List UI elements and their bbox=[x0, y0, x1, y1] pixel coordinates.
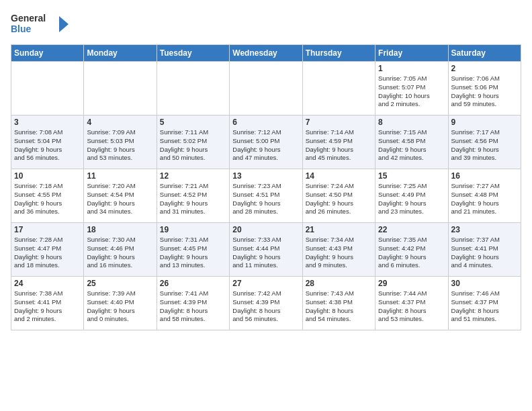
day-number: 18 bbox=[87, 225, 153, 234]
day-number: 6 bbox=[232, 118, 299, 127]
calendar-week-row: 1Sunrise: 7:05 AM Sunset: 5:07 PM Daylig… bbox=[11, 62, 521, 116]
day-info: Sunrise: 7:44 AM Sunset: 4:37 PM Dayligh… bbox=[378, 289, 445, 324]
page-container: GeneralBlue SundayMondayTuesdayWednesday… bbox=[0, 0, 532, 337]
day-info: Sunrise: 7:37 AM Sunset: 4:41 PM Dayligh… bbox=[451, 236, 518, 270]
day-info: Sunrise: 7:06 AM Sunset: 5:06 PM Dayligh… bbox=[451, 75, 518, 109]
weekday-header-monday: Monday bbox=[84, 45, 157, 62]
calendar-cell: 27Sunrise: 7:42 AM Sunset: 4:39 PM Dayli… bbox=[230, 277, 302, 330]
calendar-cell: 30Sunrise: 7:46 AM Sunset: 4:37 PM Dayli… bbox=[448, 277, 521, 330]
day-number: 22 bbox=[378, 225, 445, 234]
calendar-cell: 19Sunrise: 7:31 AM Sunset: 4:45 PM Dayli… bbox=[157, 223, 229, 277]
day-info: Sunrise: 7:46 AM Sunset: 4:37 PM Dayligh… bbox=[451, 289, 518, 324]
calendar-cell: 10Sunrise: 7:18 AM Sunset: 4:55 PM Dayli… bbox=[11, 169, 84, 223]
calendar-cell bbox=[84, 62, 157, 116]
day-info: Sunrise: 7:34 AM Sunset: 4:43 PM Dayligh… bbox=[306, 236, 372, 270]
weekday-header-row: SundayMondayTuesdayWednesdayThursdayFrid… bbox=[11, 45, 521, 62]
calendar-cell: 11Sunrise: 7:20 AM Sunset: 4:54 PM Dayli… bbox=[84, 169, 157, 223]
calendar-cell bbox=[302, 62, 375, 116]
svg-text:Blue: Blue bbox=[11, 24, 32, 34]
day-info: Sunrise: 7:35 AM Sunset: 4:42 PM Dayligh… bbox=[378, 236, 445, 270]
day-number: 3 bbox=[14, 118, 81, 127]
calendar-cell: 22Sunrise: 7:35 AM Sunset: 4:42 PM Dayli… bbox=[375, 223, 448, 277]
weekday-header-sunday: Sunday bbox=[11, 45, 84, 62]
calendar-cell: 23Sunrise: 7:37 AM Sunset: 4:41 PM Dayli… bbox=[448, 223, 521, 277]
day-number: 11 bbox=[87, 171, 153, 181]
calendar-cell: 7Sunrise: 7:14 AM Sunset: 4:59 PM Daylig… bbox=[302, 116, 375, 169]
day-number: 7 bbox=[306, 118, 372, 127]
day-number: 16 bbox=[451, 171, 518, 181]
weekday-header-thursday: Thursday bbox=[302, 45, 375, 62]
day-info: Sunrise: 7:27 AM Sunset: 4:48 PM Dayligh… bbox=[451, 182, 518, 216]
weekday-header-saturday: Saturday bbox=[448, 45, 521, 62]
logo: GeneralBlue bbox=[11, 11, 71, 38]
calendar-week-row: 17Sunrise: 7:28 AM Sunset: 4:47 PM Dayli… bbox=[11, 223, 521, 277]
calendar-week-row: 3Sunrise: 7:08 AM Sunset: 5:04 PM Daylig… bbox=[11, 116, 521, 169]
calendar-cell bbox=[11, 62, 84, 116]
day-info: Sunrise: 7:33 AM Sunset: 4:44 PM Dayligh… bbox=[232, 236, 299, 270]
day-number: 13 bbox=[232, 171, 299, 181]
day-info: Sunrise: 7:05 AM Sunset: 5:07 PM Dayligh… bbox=[378, 75, 445, 109]
svg-marker-2 bbox=[59, 16, 69, 32]
calendar-cell: 14Sunrise: 7:24 AM Sunset: 4:50 PM Dayli… bbox=[302, 169, 375, 223]
day-info: Sunrise: 7:15 AM Sunset: 4:58 PM Dayligh… bbox=[378, 128, 445, 163]
day-info: Sunrise: 7:09 AM Sunset: 5:03 PM Dayligh… bbox=[87, 128, 153, 163]
day-info: Sunrise: 7:38 AM Sunset: 4:41 PM Dayligh… bbox=[14, 289, 81, 324]
calendar-cell: 29Sunrise: 7:44 AM Sunset: 4:37 PM Dayli… bbox=[375, 277, 448, 330]
day-number: 8 bbox=[378, 118, 445, 127]
day-number: 4 bbox=[87, 118, 153, 127]
calendar-cell: 25Sunrise: 7:39 AM Sunset: 4:40 PM Dayli… bbox=[84, 277, 157, 330]
day-number: 2 bbox=[451, 64, 518, 73]
calendar-cell: 17Sunrise: 7:28 AM Sunset: 4:47 PM Dayli… bbox=[11, 223, 84, 277]
weekday-header-wednesday: Wednesday bbox=[230, 45, 302, 62]
page-header: GeneralBlue bbox=[11, 11, 521, 38]
svg-text:General: General bbox=[11, 13, 46, 24]
day-info: Sunrise: 7:14 AM Sunset: 4:59 PM Dayligh… bbox=[306, 128, 372, 163]
day-number: 17 bbox=[14, 225, 81, 234]
calendar-cell: 15Sunrise: 7:25 AM Sunset: 4:49 PM Dayli… bbox=[375, 169, 448, 223]
calendar-cell: 12Sunrise: 7:21 AM Sunset: 4:52 PM Dayli… bbox=[157, 169, 229, 223]
calendar-cell: 13Sunrise: 7:23 AM Sunset: 4:51 PM Dayli… bbox=[230, 169, 302, 223]
calendar-cell: 6Sunrise: 7:12 AM Sunset: 5:00 PM Daylig… bbox=[230, 116, 302, 169]
calendar-week-row: 10Sunrise: 7:18 AM Sunset: 4:55 PM Dayli… bbox=[11, 169, 521, 223]
calendar-cell: 26Sunrise: 7:41 AM Sunset: 4:39 PM Dayli… bbox=[157, 277, 229, 330]
day-number: 26 bbox=[160, 279, 226, 288]
calendar-cell: 16Sunrise: 7:27 AM Sunset: 4:48 PM Dayli… bbox=[448, 169, 521, 223]
calendar-cell: 9Sunrise: 7:17 AM Sunset: 4:56 PM Daylig… bbox=[448, 116, 521, 169]
day-info: Sunrise: 7:11 AM Sunset: 5:02 PM Dayligh… bbox=[160, 128, 226, 163]
day-number: 20 bbox=[232, 225, 299, 234]
day-info: Sunrise: 7:31 AM Sunset: 4:45 PM Dayligh… bbox=[160, 236, 226, 270]
day-info: Sunrise: 7:39 AM Sunset: 4:40 PM Dayligh… bbox=[87, 289, 153, 324]
day-number: 12 bbox=[160, 171, 226, 181]
day-info: Sunrise: 7:20 AM Sunset: 4:54 PM Dayligh… bbox=[87, 182, 153, 216]
calendar-cell bbox=[230, 62, 302, 116]
day-info: Sunrise: 7:18 AM Sunset: 4:55 PM Dayligh… bbox=[14, 182, 81, 216]
day-number: 19 bbox=[160, 225, 226, 234]
calendar-cell: 3Sunrise: 7:08 AM Sunset: 5:04 PM Daylig… bbox=[11, 116, 84, 169]
calendar-cell: 20Sunrise: 7:33 AM Sunset: 4:44 PM Dayli… bbox=[230, 223, 302, 277]
day-number: 25 bbox=[87, 279, 153, 288]
calendar-cell: 28Sunrise: 7:43 AM Sunset: 4:38 PM Dayli… bbox=[302, 277, 375, 330]
day-info: Sunrise: 7:42 AM Sunset: 4:39 PM Dayligh… bbox=[232, 289, 299, 324]
day-info: Sunrise: 7:28 AM Sunset: 4:47 PM Dayligh… bbox=[14, 236, 81, 270]
day-number: 14 bbox=[306, 171, 372, 181]
calendar-cell: 21Sunrise: 7:34 AM Sunset: 4:43 PM Dayli… bbox=[302, 223, 375, 277]
day-info: Sunrise: 7:12 AM Sunset: 5:00 PM Dayligh… bbox=[232, 128, 299, 163]
calendar-cell: 4Sunrise: 7:09 AM Sunset: 5:03 PM Daylig… bbox=[84, 116, 157, 169]
calendar-table: SundayMondayTuesdayWednesdayThursdayFrid… bbox=[11, 44, 521, 330]
calendar-cell bbox=[157, 62, 229, 116]
day-info: Sunrise: 7:25 AM Sunset: 4:49 PM Dayligh… bbox=[378, 182, 445, 216]
day-info: Sunrise: 7:21 AM Sunset: 4:52 PM Dayligh… bbox=[160, 182, 226, 216]
calendar-week-row: 24Sunrise: 7:38 AM Sunset: 4:41 PM Dayli… bbox=[11, 277, 521, 330]
day-info: Sunrise: 7:30 AM Sunset: 4:46 PM Dayligh… bbox=[87, 236, 153, 270]
logo-svg: GeneralBlue bbox=[11, 11, 71, 38]
calendar-cell: 1Sunrise: 7:05 AM Sunset: 5:07 PM Daylig… bbox=[375, 62, 448, 116]
calendar-cell: 18Sunrise: 7:30 AM Sunset: 4:46 PM Dayli… bbox=[84, 223, 157, 277]
day-info: Sunrise: 7:08 AM Sunset: 5:04 PM Dayligh… bbox=[14, 128, 81, 163]
day-number: 10 bbox=[14, 171, 81, 181]
day-number: 30 bbox=[451, 279, 518, 288]
day-info: Sunrise: 7:23 AM Sunset: 4:51 PM Dayligh… bbox=[232, 182, 299, 216]
day-info: Sunrise: 7:41 AM Sunset: 4:39 PM Dayligh… bbox=[160, 289, 226, 324]
day-number: 23 bbox=[451, 225, 518, 234]
day-number: 29 bbox=[378, 279, 445, 288]
weekday-header-tuesday: Tuesday bbox=[157, 45, 229, 62]
